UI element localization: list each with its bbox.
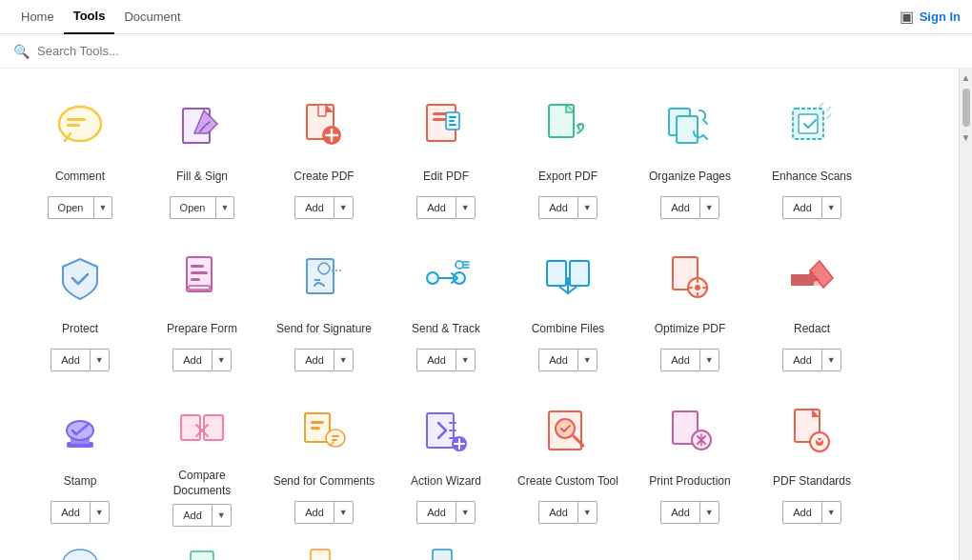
stamp-add-btn[interactable]: Add: [51, 501, 90, 524]
scroll-thumb[interactable]: [962, 89, 970, 127]
organize-pages-icon: [659, 95, 720, 156]
organize-pages-btn-group: Add ▼: [660, 196, 719, 219]
create-pdf-label: Create PDF: [294, 164, 354, 190]
sign-in-button[interactable]: Sign In: [920, 10, 961, 24]
prepare-form-label: Prepare Form: [167, 316, 237, 343]
export-pdf-arrow-btn[interactable]: ▼: [577, 196, 597, 219]
svg-rect-38: [570, 261, 589, 286]
tool-stamp: Stamp Add ▼: [19, 389, 141, 534]
optimize-pdf-arrow-btn[interactable]: ▼: [699, 349, 719, 371]
create-pdf-add-btn[interactable]: Add: [294, 196, 334, 219]
svg-rect-6: [318, 105, 326, 116]
action-wizard-add-btn[interactable]: Add: [416, 501, 456, 524]
redact-arrow-btn[interactable]: ▼: [821, 349, 841, 371]
fill-sign-arrow-btn[interactable]: ▼: [215, 196, 235, 219]
action-wizard-btn-group: Add ▼: [416, 501, 476, 524]
send-comments-arrow-btn[interactable]: ▼: [334, 501, 354, 524]
tools-area: Comment Open ▼ Fill & Sign: [0, 69, 959, 560]
send-track-btn-group: Add ▼: [416, 349, 476, 371]
comment-label: Comment: [55, 164, 105, 190]
send-track-add-btn[interactable]: Add: [416, 349, 456, 371]
pdf-standards-arrow-btn[interactable]: ▼: [821, 501, 841, 524]
search-icon: 🔍: [13, 44, 30, 59]
sign-in-area: ▣ Sign In: [900, 8, 961, 26]
tool-fill-sign: Fill & Sign Open ▼: [141, 84, 263, 227]
organize-pages-add-btn[interactable]: Add: [660, 196, 699, 219]
prepare-form-arrow-btn[interactable]: ▼: [212, 349, 232, 371]
scroll-up-arrow[interactable]: ▲: [960, 70, 972, 85]
tool-send-signature: Send for Signature Add ▼: [263, 236, 385, 379]
comment-open-btn[interactable]: Open: [48, 196, 93, 219]
nav-document[interactable]: Document: [114, 0, 190, 34]
comment-btn-group: Open ▼: [48, 196, 113, 219]
top-nav: Home Tools Document ▣ Sign In: [0, 0, 972, 34]
main-content: Comment Open ▼ Fill & Sign: [0, 69, 972, 560]
send-signature-add-btn[interactable]: Add: [294, 349, 334, 371]
create-custom-arrow-btn[interactable]: ▼: [577, 501, 597, 524]
svg-point-75: [63, 550, 97, 560]
tool-send-track: Send & Track Add ▼: [385, 236, 507, 379]
pdf-standards-add-btn[interactable]: Add: [782, 501, 821, 524]
combine-files-arrow-btn[interactable]: ▼: [577, 349, 597, 371]
compare-docs-add-btn[interactable]: Add: [172, 504, 212, 527]
protect-add-btn[interactable]: Add: [51, 349, 90, 371]
optimize-pdf-btn-group: Add ▼: [660, 349, 719, 371]
tool-combine-files: Combine Files Add ▼: [507, 236, 629, 379]
fill-sign-open-btn[interactable]: Open: [170, 196, 215, 219]
svg-rect-56: [311, 427, 320, 430]
svg-point-57: [326, 430, 345, 447]
enhance-scans-add-btn[interactable]: Add: [782, 196, 821, 219]
send-comments-add-btn[interactable]: Add: [294, 501, 334, 524]
tool-send-comments: Send for Comments Add ▼: [263, 389, 385, 534]
compare-docs-btn-group: Add ▼: [172, 504, 232, 527]
create-custom-label: Create Custom Tool: [517, 469, 618, 495]
redact-label: Redact: [794, 316, 830, 343]
send-signature-btn-group: Add ▼: [294, 349, 354, 371]
redact-add-btn[interactable]: Add: [782, 349, 821, 371]
send-track-arrow-btn[interactable]: ▼: [456, 349, 476, 371]
compare-docs-icon: [172, 400, 233, 461]
prepare-form-add-btn[interactable]: Add: [172, 349, 212, 371]
compare-docs-arrow-btn[interactable]: ▼: [212, 504, 232, 527]
svg-point-68: [556, 419, 575, 438]
redact-btn-group: Add ▼: [782, 349, 841, 371]
comment-icon: [50, 95, 111, 156]
enhance-scans-arrow-btn[interactable]: ▼: [821, 196, 841, 219]
search-input[interactable]: [37, 44, 228, 58]
create-custom-add-btn[interactable]: Add: [538, 501, 577, 524]
protect-btn-group: Add ▼: [51, 349, 110, 371]
edit-pdf-btn-group: Add ▼: [416, 196, 476, 219]
optimize-pdf-add-btn[interactable]: Add: [660, 349, 699, 371]
send-signature-arrow-btn[interactable]: ▼: [334, 349, 354, 371]
export-pdf-add-btn[interactable]: Add: [538, 196, 577, 219]
print-production-add-btn[interactable]: Add: [660, 501, 699, 524]
compare-docs-label: Compare Documents: [149, 469, 255, 498]
edit-pdf-add-btn[interactable]: Add: [416, 196, 456, 219]
create-pdf-arrow-btn[interactable]: ▼: [334, 196, 354, 219]
tool-protect: Protect Add ▼: [19, 236, 141, 379]
nav-tools[interactable]: Tools: [64, 0, 115, 34]
search-bar: 🔍: [0, 34, 972, 69]
print-production-arrow-btn[interactable]: ▼: [699, 501, 719, 524]
organize-pages-arrow-btn[interactable]: ▼: [699, 196, 719, 219]
combine-files-add-btn[interactable]: Add: [538, 349, 577, 371]
scroll-down-arrow[interactable]: ▼: [960, 130, 972, 145]
protect-arrow-btn[interactable]: ▼: [90, 349, 110, 371]
nav-home[interactable]: Home: [11, 0, 64, 34]
comment-arrow-btn[interactable]: ▼: [93, 196, 113, 219]
export-pdf-icon: [537, 95, 598, 156]
stamp-arrow-btn[interactable]: ▼: [90, 501, 110, 524]
svg-rect-2: [67, 124, 80, 127]
tool-action-wizard: Action Wizard Add ▼: [385, 389, 507, 534]
organize-pages-label: Organize Pages: [649, 164, 731, 190]
scrollbar[interactable]: ▲ ▼: [959, 69, 972, 560]
edit-pdf-arrow-btn[interactable]: ▼: [456, 196, 476, 219]
action-wizard-arrow-btn[interactable]: ▼: [456, 501, 476, 524]
print-production-label: Print Production: [649, 469, 730, 495]
tools-row-1: Comment Open ▼ Fill & Sign: [19, 84, 940, 227]
tool-enhance-scans: Enhance Scans Add ▼: [751, 84, 873, 227]
svg-point-31: [454, 272, 465, 284]
send-track-icon: [415, 248, 476, 309]
svg-rect-77: [311, 550, 330, 560]
svg-rect-12: [433, 118, 446, 121]
